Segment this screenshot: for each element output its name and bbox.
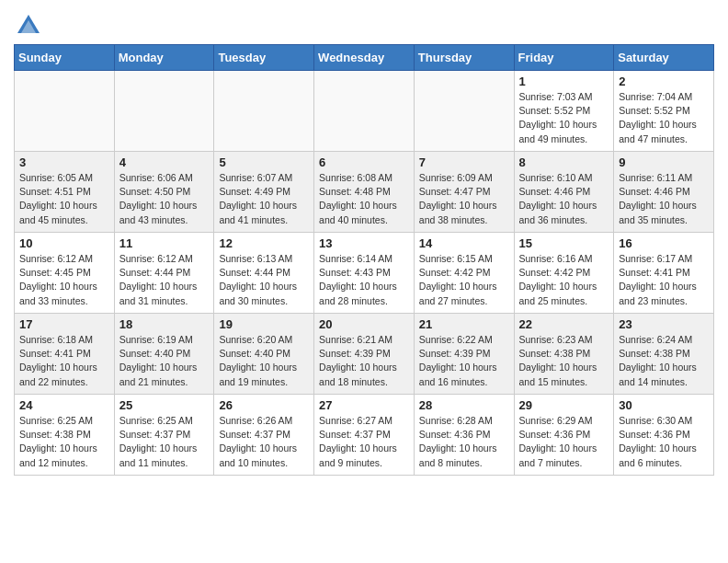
calendar-cell: 17Sunrise: 6:18 AMSunset: 4:41 PMDayligh… [15,314,115,395]
calendar-cell: 13Sunrise: 6:14 AMSunset: 4:43 PMDayligh… [314,233,415,314]
day-number: 22 [519,317,609,331]
day-number: 12 [219,236,309,250]
day-info: Sunrise: 7:03 AMSunset: 5:52 PMDaylight:… [519,90,609,146]
day-number: 15 [519,236,609,250]
day-number: 13 [319,236,409,250]
day-info: Sunrise: 6:08 AMSunset: 4:48 PMDaylight:… [319,171,409,227]
day-number: 25 [119,398,210,412]
calendar-cell: 26Sunrise: 6:26 AMSunset: 4:37 PMDayligh… [214,395,314,476]
calendar-cell: 15Sunrise: 6:16 AMSunset: 4:42 PMDayligh… [514,233,614,314]
calendar-cell: 4Sunrise: 6:06 AMSunset: 4:50 PMDaylight… [114,152,214,233]
calendar-cell: 24Sunrise: 6:25 AMSunset: 4:38 PMDayligh… [15,395,115,476]
day-number: 27 [319,398,409,412]
calendar-cell: 28Sunrise: 6:28 AMSunset: 4:36 PMDayligh… [414,395,514,476]
calendar-week-row: 17Sunrise: 6:18 AMSunset: 4:41 PMDayligh… [15,314,714,395]
day-info: Sunrise: 6:16 AMSunset: 4:42 PMDaylight:… [519,252,609,308]
calendar-cell: 18Sunrise: 6:19 AMSunset: 4:40 PMDayligh… [114,314,214,395]
day-info: Sunrise: 6:25 AMSunset: 4:38 PMDaylight:… [19,414,109,470]
day-info: Sunrise: 6:06 AMSunset: 4:50 PMDaylight:… [119,171,210,227]
calendar-week-row: 24Sunrise: 6:25 AMSunset: 4:38 PMDayligh… [15,395,714,476]
calendar-week-row: 1Sunrise: 7:03 AMSunset: 5:52 PMDaylight… [15,71,714,152]
day-info: Sunrise: 6:10 AMSunset: 4:46 PMDaylight:… [519,171,609,227]
calendar-cell: 12Sunrise: 6:13 AMSunset: 4:44 PMDayligh… [214,233,314,314]
calendar-cell: 1Sunrise: 7:03 AMSunset: 5:52 PMDaylight… [514,71,614,152]
day-info: Sunrise: 6:25 AMSunset: 4:37 PMDaylight:… [119,414,210,470]
col-header-wednesday: Wednesday [314,45,415,71]
day-number: 28 [419,398,509,412]
header [14,9,714,39]
day-number: 18 [119,317,210,331]
calendar-cell: 21Sunrise: 6:22 AMSunset: 4:39 PMDayligh… [414,314,514,395]
day-info: Sunrise: 6:20 AMSunset: 4:40 PMDaylight:… [219,333,309,389]
calendar-cell [15,71,115,152]
calendar-cell [114,71,214,152]
calendar-cell: 3Sunrise: 6:05 AMSunset: 4:51 PMDaylight… [15,152,115,233]
day-info: Sunrise: 6:26 AMSunset: 4:37 PMDaylight:… [219,414,309,470]
day-info: Sunrise: 6:07 AMSunset: 4:49 PMDaylight:… [219,171,309,227]
day-number: 29 [519,398,609,412]
day-info: Sunrise: 6:23 AMSunset: 4:38 PMDaylight:… [519,333,609,389]
day-info: Sunrise: 7:04 AMSunset: 5:52 PMDaylight:… [619,90,709,146]
calendar-cell [314,71,415,152]
day-info: Sunrise: 6:12 AMSunset: 4:44 PMDaylight:… [119,252,210,308]
day-number: 3 [19,155,109,169]
calendar-cell: 19Sunrise: 6:20 AMSunset: 4:40 PMDayligh… [214,314,314,395]
calendar-week-row: 10Sunrise: 6:12 AMSunset: 4:45 PMDayligh… [15,233,714,314]
logo [14,13,41,39]
day-number: 17 [19,317,109,331]
day-info: Sunrise: 6:15 AMSunset: 4:42 PMDaylight:… [419,252,509,308]
day-number: 19 [219,317,309,331]
day-info: Sunrise: 6:29 AMSunset: 4:36 PMDaylight:… [519,414,609,470]
col-header-sunday: Sunday [15,45,115,71]
calendar-cell: 6Sunrise: 6:08 AMSunset: 4:48 PMDaylight… [314,152,415,233]
calendar-cell: 14Sunrise: 6:15 AMSunset: 4:42 PMDayligh… [414,233,514,314]
day-info: Sunrise: 6:18 AMSunset: 4:41 PMDaylight:… [19,333,109,389]
day-number: 20 [319,317,409,331]
day-number: 4 [119,155,210,169]
calendar-week-row: 3Sunrise: 6:05 AMSunset: 4:51 PMDaylight… [15,152,714,233]
col-header-thursday: Thursday [414,45,514,71]
col-header-monday: Monday [114,45,214,71]
day-number: 16 [619,236,709,250]
day-info: Sunrise: 6:27 AMSunset: 4:37 PMDaylight:… [319,414,409,470]
day-info: Sunrise: 6:21 AMSunset: 4:39 PMDaylight:… [319,333,409,389]
day-info: Sunrise: 6:17 AMSunset: 4:41 PMDaylight:… [619,252,709,308]
day-number: 23 [619,317,709,331]
day-number: 1 [519,75,609,88]
day-info: Sunrise: 6:24 AMSunset: 4:38 PMDaylight:… [619,333,709,389]
calendar-table: SundayMondayTuesdayWednesdayThursdayFrid… [14,44,714,476]
logo-icon [16,13,41,39]
day-number: 9 [619,155,709,169]
day-number: 5 [219,155,309,169]
day-number: 2 [619,75,709,88]
calendar-cell: 8Sunrise: 6:10 AMSunset: 4:46 PMDaylight… [514,152,614,233]
day-info: Sunrise: 6:05 AMSunset: 4:51 PMDaylight:… [19,171,109,227]
calendar-cell [414,71,514,152]
day-info: Sunrise: 6:12 AMSunset: 4:45 PMDaylight:… [19,252,109,308]
calendar-cell: 5Sunrise: 6:07 AMSunset: 4:49 PMDaylight… [214,152,314,233]
calendar-cell: 23Sunrise: 6:24 AMSunset: 4:38 PMDayligh… [614,314,714,395]
calendar-cell: 10Sunrise: 6:12 AMSunset: 4:45 PMDayligh… [15,233,115,314]
day-number: 6 [319,155,409,169]
calendar-cell [214,71,314,152]
col-header-tuesday: Tuesday [214,45,314,71]
day-info: Sunrise: 6:22 AMSunset: 4:39 PMDaylight:… [419,333,509,389]
day-number: 14 [419,236,509,250]
day-info: Sunrise: 6:09 AMSunset: 4:47 PMDaylight:… [419,171,509,227]
calendar-cell: 27Sunrise: 6:27 AMSunset: 4:37 PMDayligh… [314,395,415,476]
day-info: Sunrise: 6:13 AMSunset: 4:44 PMDaylight:… [219,252,309,308]
calendar-cell: 11Sunrise: 6:12 AMSunset: 4:44 PMDayligh… [114,233,214,314]
calendar-cell: 16Sunrise: 6:17 AMSunset: 4:41 PMDayligh… [614,233,714,314]
calendar-cell: 29Sunrise: 6:29 AMSunset: 4:36 PMDayligh… [514,395,614,476]
day-number: 7 [419,155,509,169]
calendar-cell: 2Sunrise: 7:04 AMSunset: 5:52 PMDaylight… [614,71,714,152]
calendar-cell: 22Sunrise: 6:23 AMSunset: 4:38 PMDayligh… [514,314,614,395]
day-number: 24 [19,398,109,412]
day-info: Sunrise: 6:28 AMSunset: 4:36 PMDaylight:… [419,414,509,470]
day-info: Sunrise: 6:14 AMSunset: 4:43 PMDaylight:… [319,252,409,308]
day-info: Sunrise: 6:30 AMSunset: 4:36 PMDaylight:… [619,414,709,470]
day-number: 30 [619,398,709,412]
calendar-header-row: SundayMondayTuesdayWednesdayThursdayFrid… [15,45,714,71]
col-header-friday: Friday [514,45,614,71]
calendar-cell: 9Sunrise: 6:11 AMSunset: 4:46 PMDaylight… [614,152,714,233]
